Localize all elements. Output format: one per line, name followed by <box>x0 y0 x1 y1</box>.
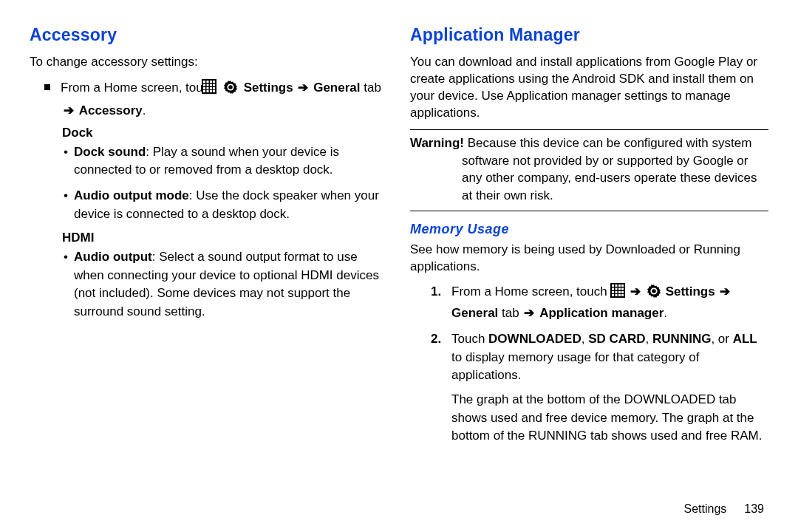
tab-word: tab <box>502 306 519 320</box>
accessory-dest: Accessory <box>79 103 143 117</box>
svg-rect-20 <box>612 284 614 287</box>
dock-sound-label: Dock sound <box>74 145 146 159</box>
left-column: Accessory To change accessory settings: … <box>30 25 403 525</box>
svg-rect-28 <box>612 291 614 293</box>
svg-rect-14 <box>207 90 209 92</box>
general-tab-label: General <box>313 81 360 95</box>
memory-usage-heading: Memory Usage <box>410 222 768 237</box>
arrow-icon: ➔ <box>62 103 75 117</box>
accessory-nav-path: From a Home screen, touch ➔ Settings ➔ G… <box>37 78 388 121</box>
audio-output-label: Audio output <box>74 250 152 264</box>
all-label: ALL <box>733 332 757 346</box>
nav-prefix: From a Home screen, touch <box>61 81 216 95</box>
svg-rect-29 <box>615 291 618 293</box>
square-bullet-icon <box>44 84 50 90</box>
app-manager-dest: Application manager <box>539 306 664 320</box>
svg-rect-8 <box>213 83 215 86</box>
svg-rect-3 <box>210 81 212 83</box>
svg-rect-13 <box>203 90 205 92</box>
svg-rect-24 <box>612 287 614 290</box>
footer-section: Settings <box>683 502 726 515</box>
svg-rect-11 <box>210 87 212 89</box>
general-tab-label: General <box>451 306 498 320</box>
settings-label: Settings <box>244 81 293 95</box>
svg-rect-4 <box>213 81 215 83</box>
arrow-icon: ➔ <box>522 306 536 320</box>
memory-usage-intro: See how memory is being used by Download… <box>410 242 768 276</box>
svg-rect-16 <box>213 90 215 92</box>
svg-point-18 <box>228 85 233 89</box>
arrow-icon: ➔ <box>629 284 642 299</box>
accessory-heading: Accessory <box>30 25 388 45</box>
svg-rect-9 <box>203 87 205 89</box>
svg-rect-27 <box>621 287 624 290</box>
audio-output-mode-label: Audio output mode <box>74 188 189 202</box>
apps-grid-icon <box>610 283 625 304</box>
arrow-icon: ➔ <box>296 81 310 95</box>
svg-rect-2 <box>207 81 209 83</box>
step2-extra: The graph at the bottom of the DOWNLOADE… <box>451 391 768 446</box>
list-item: Audio output: Select a sound output form… <box>74 248 388 321</box>
svg-rect-10 <box>207 87 209 89</box>
page-footer: Settings139 <box>683 502 764 516</box>
svg-rect-22 <box>618 284 621 287</box>
svg-rect-31 <box>621 291 624 293</box>
svg-rect-5 <box>203 83 205 86</box>
svg-rect-6 <box>207 83 209 86</box>
svg-rect-1 <box>203 81 205 83</box>
list-item: Audio output mode: Use the dock speaker … <box>74 187 388 223</box>
svg-rect-26 <box>618 287 621 290</box>
app-manager-intro: You can download and install application… <box>410 54 768 122</box>
warning-text: Because this device can be configured wi… <box>462 136 757 202</box>
svg-rect-30 <box>618 291 621 293</box>
dock-subheading: Dock <box>62 126 388 140</box>
horizontal-rule <box>410 129 768 130</box>
svg-rect-15 <box>210 90 212 92</box>
sdcard-label: SD CARD <box>588 332 645 346</box>
svg-rect-21 <box>615 284 618 287</box>
svg-point-37 <box>652 289 656 293</box>
accessory-intro: To change accessory settings: <box>30 54 388 71</box>
tab-word: tab <box>364 81 381 95</box>
step2-suffix: to display memory usage for that categor… <box>451 350 699 383</box>
svg-rect-7 <box>210 83 212 86</box>
footer-page-number: 139 <box>744 502 764 515</box>
hdmi-list: Audio output: Select a sound output form… <box>30 248 388 321</box>
svg-rect-34 <box>618 294 621 296</box>
settings-label: Settings <box>666 284 715 299</box>
step-2: Touch DOWNLOADED, SD CARD, RUNNING, or A… <box>435 330 768 446</box>
dock-list: Dock sound: Play a sound when your devic… <box>30 143 388 224</box>
svg-rect-12 <box>213 87 215 89</box>
settings-gear-icon <box>646 283 662 305</box>
svg-rect-33 <box>615 294 618 296</box>
arrow-icon: ➔ <box>718 284 732 299</box>
right-column: Application Manager You can download and… <box>403 25 776 525</box>
step-1: From a Home screen, touch ➔ Settings ➔ G… <box>435 283 768 323</box>
running-label: RUNNING <box>652 332 711 346</box>
svg-rect-25 <box>615 287 618 290</box>
document-page: Accessory To change accessory settings: … <box>0 0 798 532</box>
svg-rect-32 <box>612 294 614 296</box>
hdmi-subheading: HDMI <box>62 231 388 245</box>
svg-rect-23 <box>621 284 624 287</box>
app-manager-heading: Application Manager <box>410 25 768 45</box>
warning-block: Warning! Because this device can be conf… <box>410 134 768 205</box>
memory-steps: From a Home screen, touch ➔ Settings ➔ G… <box>410 283 768 446</box>
svg-rect-35 <box>621 294 624 296</box>
step2-prefix: Touch <box>451 332 488 346</box>
step1-prefix: From a Home screen, touch <box>451 284 607 299</box>
list-item: Dock sound: Play a sound when your devic… <box>74 143 388 180</box>
horizontal-rule <box>410 211 768 211</box>
warning-label: Warning! <box>410 136 464 150</box>
downloaded-label: DOWNLOADED <box>488 332 582 346</box>
